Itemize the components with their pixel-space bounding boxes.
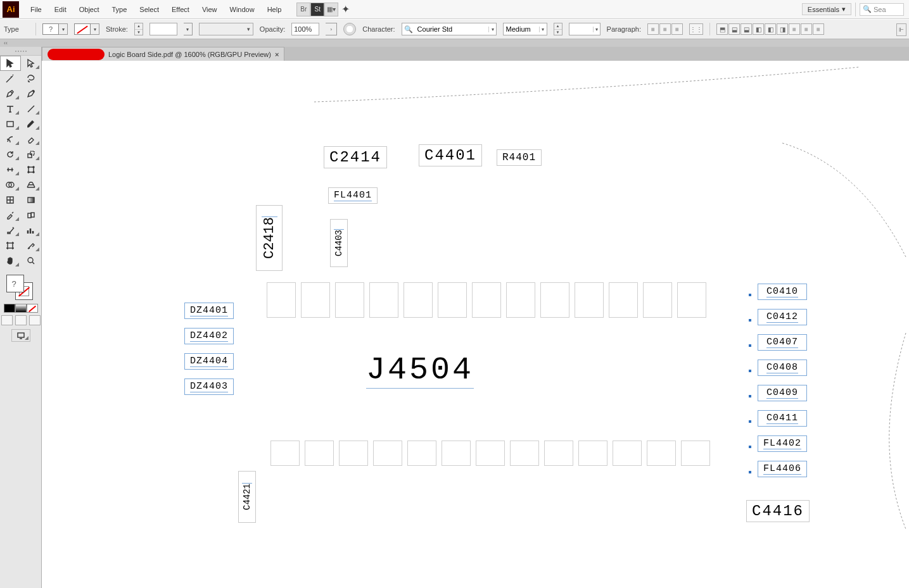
color-mode-gradient[interactable]: [15, 304, 27, 313]
fill-swatch[interactable]: [42, 23, 59, 35]
artboard-tool[interactable]: [0, 238, 21, 253]
document-canvas[interactable]: C2414 C4401 R4401 FL4732FL4731FL4404FL44…: [42, 61, 909, 588]
color-mode-none[interactable]: [27, 304, 38, 313]
component-label[interactable]: DZ4401: [184, 303, 234, 319]
component-label[interactable]: C0412: [758, 309, 807, 325]
font-size-input[interactable]: [569, 25, 593, 33]
options-expand-button[interactable]: ⊩: [896, 23, 906, 36]
column-graph-tool[interactable]: [21, 223, 42, 238]
screen-mode-button[interactable]: [11, 329, 30, 342]
fill-color-swatch[interactable]: [6, 275, 24, 292]
stroke-swatch[interactable]: [74, 23, 91, 35]
rectangle-tool[interactable]: [0, 116, 21, 132]
lasso-tool[interactable]: [21, 71, 42, 86]
component-label[interactable]: C0407: [758, 334, 807, 351]
menu-effect[interactable]: Effect: [165, 6, 196, 13]
stroke-weight-input[interactable]: [149, 23, 177, 35]
eyedropper-tool[interactable]: [0, 208, 21, 223]
zoom-tool[interactable]: [21, 253, 42, 268]
draw-inside[interactable]: [29, 315, 41, 325]
stock-icon[interactable]: St: [310, 3, 324, 16]
font-size-combo[interactable]: ▾: [569, 23, 601, 35]
align-left2-button[interactable]: ◧: [753, 23, 764, 35]
dist-mid-button[interactable]: ≡: [801, 23, 812, 35]
component-label[interactable]: C4401: [419, 144, 482, 166]
align-top-button[interactable]: ⬒: [716, 23, 728, 35]
fill-stroke-control[interactable]: [4, 272, 38, 300]
hand-tool[interactable]: [0, 253, 21, 268]
connector-designator[interactable]: J4504: [366, 352, 474, 389]
symbol-sprayer-tool[interactable]: [0, 223, 21, 238]
menu-object[interactable]: Object: [73, 6, 106, 13]
dist-bot-button[interactable]: ≡: [813, 23, 824, 35]
font-family-combo[interactable]: 🔍 ▾: [402, 23, 497, 35]
component-label[interactable]: FL4406: [758, 461, 807, 477]
document-tab[interactable]: Logic Board Side.pdf @ 1600% (RGB/GPU Pr…: [42, 47, 284, 61]
component-label[interactable]: R4401: [497, 149, 542, 166]
stroke-weight-stepper[interactable]: ▲▼: [134, 23, 143, 35]
line-tool[interactable]: [21, 101, 42, 116]
component-label-vertical[interactable]: C4421: [238, 471, 256, 523]
bullets-icon[interactable]: ⋮⋮: [689, 23, 703, 35]
shape-builder-tool[interactable]: [0, 177, 21, 192]
menu-file[interactable]: File: [24, 6, 48, 13]
mesh-tool[interactable]: [0, 192, 21, 208]
component-label[interactable]: FL4402: [758, 435, 807, 452]
component-label[interactable]: FL4401: [328, 187, 378, 204]
align-right2-button[interactable]: ◨: [777, 23, 788, 35]
opacity-popup[interactable]: ›: [326, 23, 337, 35]
component-label[interactable]: C0409: [758, 385, 807, 401]
slice-tool[interactable]: [21, 238, 42, 253]
menu-type[interactable]: Type: [106, 6, 134, 13]
eraser-tool[interactable]: [21, 132, 42, 147]
shaper-tool[interactable]: [0, 132, 21, 147]
brush-def-dropdown[interactable]: ▾: [199, 23, 253, 35]
component-label[interactable]: DZ4404: [184, 353, 234, 370]
stroke-dropdown[interactable]: ▾: [91, 23, 99, 35]
arrange-docs-icon[interactable]: ▦▾: [324, 3, 338, 16]
scale-tool[interactable]: [21, 147, 42, 162]
type-tool[interactable]: [0, 101, 21, 116]
dist-top-button[interactable]: ≡: [789, 23, 800, 35]
blend-tool[interactable]: [21, 208, 42, 223]
perspective-grid-tool[interactable]: [21, 177, 42, 192]
magic-wand-tool[interactable]: [0, 71, 21, 86]
menu-select[interactable]: Select: [133, 6, 165, 13]
fill-dropdown[interactable]: ▾: [59, 23, 68, 35]
component-label[interactable]: C4416: [746, 500, 810, 522]
color-mode-solid[interactable]: [4, 304, 15, 313]
workspace-switcher[interactable]: Essentials ▾: [802, 3, 851, 15]
width-tool[interactable]: [0, 162, 21, 177]
search-input[interactable]: 🔍 Sea: [860, 3, 904, 16]
free-transform-tool[interactable]: [21, 162, 42, 177]
align-bottom-button[interactable]: ⬓: [741, 23, 752, 35]
component-label[interactable]: DZ4402: [184, 328, 234, 344]
gpu-icon[interactable]: ✦: [338, 3, 352, 16]
component-label-vertical[interactable]: C2418: [256, 205, 283, 271]
recolor-icon[interactable]: [343, 23, 356, 35]
font-family-input[interactable]: [415, 25, 489, 33]
curvature-tool[interactable]: [21, 86, 42, 101]
gradient-tool[interactable]: [21, 192, 42, 208]
component-label-vertical[interactable]: C4403: [330, 219, 348, 267]
font-style-combo[interactable]: ▾: [503, 23, 547, 35]
align-left-button[interactable]: ≡: [647, 23, 659, 35]
component-label[interactable]: C0408: [758, 360, 807, 376]
font-style-input[interactable]: [504, 25, 540, 33]
component-label[interactable]: C0411: [758, 410, 807, 427]
paintbrush-tool[interactable]: [21, 116, 42, 132]
close-icon[interactable]: ×: [275, 51, 279, 58]
component-label[interactable]: C0410: [758, 284, 807, 300]
panel-grip[interactable]: [0, 47, 41, 56]
align-center-button[interactable]: ≡: [659, 23, 671, 35]
draw-normal[interactable]: [1, 315, 13, 325]
menu-edit[interactable]: Edit: [48, 6, 73, 13]
panel-collapse-bar[interactable]: ‹‹: [0, 39, 909, 47]
bridge-icon[interactable]: Br: [296, 3, 310, 16]
menu-view[interactable]: View: [196, 6, 224, 13]
selection-tool[interactable]: [0, 56, 21, 71]
menu-window[interactable]: Window: [224, 6, 261, 13]
align-hmid-button[interactable]: ◧: [765, 23, 776, 35]
rotate-tool[interactable]: [0, 147, 21, 162]
align-vmid-button[interactable]: ⬓: [728, 23, 740, 35]
